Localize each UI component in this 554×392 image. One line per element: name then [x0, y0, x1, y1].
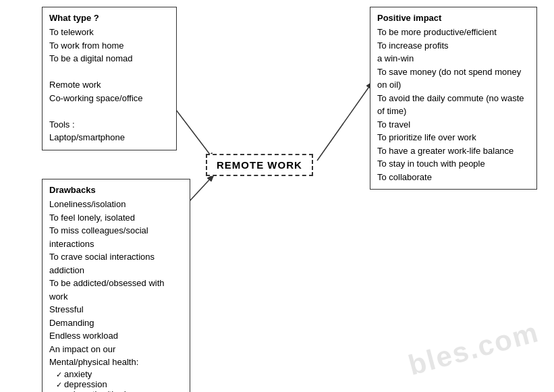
remote-work-label: REMOTE WORK: [206, 154, 313, 176]
what-type-box: What type ? To telework To work from hom…: [42, 7, 177, 150]
drawbacks-box: Drawbacks Loneliness/isolation To feel l…: [42, 179, 190, 392]
svg-line-3: [317, 81, 373, 161]
checklist-depression: depression: [56, 379, 183, 389]
positive-impact-content: To be more productive/efficient To incre…: [377, 26, 530, 184]
health-checklist: anxiety depression exhaustion/tiredness …: [49, 369, 183, 393]
positive-impact-title: Positive impact: [377, 13, 530, 23]
positive-impact-box: Positive impact To be more productive/ef…: [370, 7, 537, 190]
page: What type ? To telework To work from hom…: [0, 0, 554, 392]
drawbacks-title: Drawbacks: [49, 185, 183, 195]
checklist-exhaustion: exhaustion/tiredness: [56, 389, 183, 393]
what-type-title: What type ?: [49, 13, 169, 23]
what-type-content: To telework To work from home To be a di…: [49, 26, 169, 144]
checklist-anxiety: anxiety: [56, 369, 183, 379]
watermark: bles.com: [405, 316, 543, 382]
drawbacks-content: Loneliness/isolation To feel lonely, iso…: [49, 198, 183, 392]
